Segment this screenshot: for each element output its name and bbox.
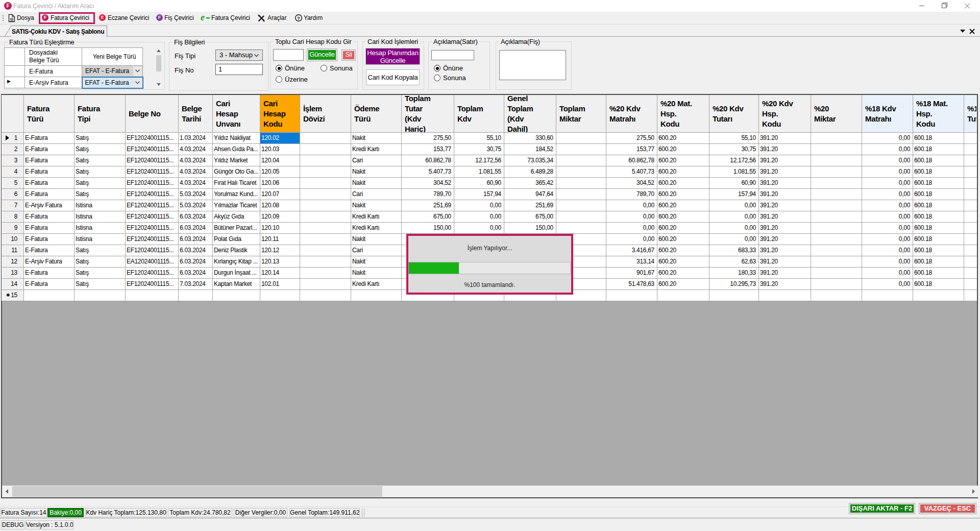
svg-text:e: e (201, 13, 205, 22)
svg-text:?: ? (297, 15, 300, 21)
